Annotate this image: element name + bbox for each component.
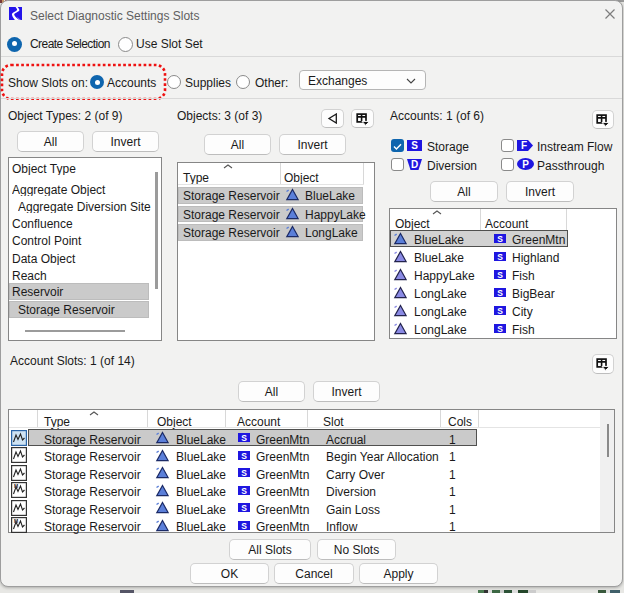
svg-text:S: S — [497, 324, 503, 333]
svg-text:D: D — [411, 159, 418, 170]
svg-text:S: S — [241, 468, 247, 477]
svg-text:S: S — [241, 521, 247, 530]
svg-text:F: F — [521, 140, 527, 151]
svg-text:S: S — [497, 234, 503, 243]
svg-text:S: S — [241, 433, 247, 442]
svg-text:S: S — [241, 451, 247, 460]
svg-text:P: P — [522, 159, 529, 170]
svg-text:S: S — [497, 288, 503, 297]
svg-text:S: S — [497, 270, 503, 279]
svg-text:S: S — [241, 503, 247, 512]
svg-text:S: S — [411, 140, 418, 151]
svg-text:S: S — [241, 486, 247, 495]
svg-text:S: S — [497, 252, 503, 261]
svg-text:S: S — [497, 306, 503, 315]
